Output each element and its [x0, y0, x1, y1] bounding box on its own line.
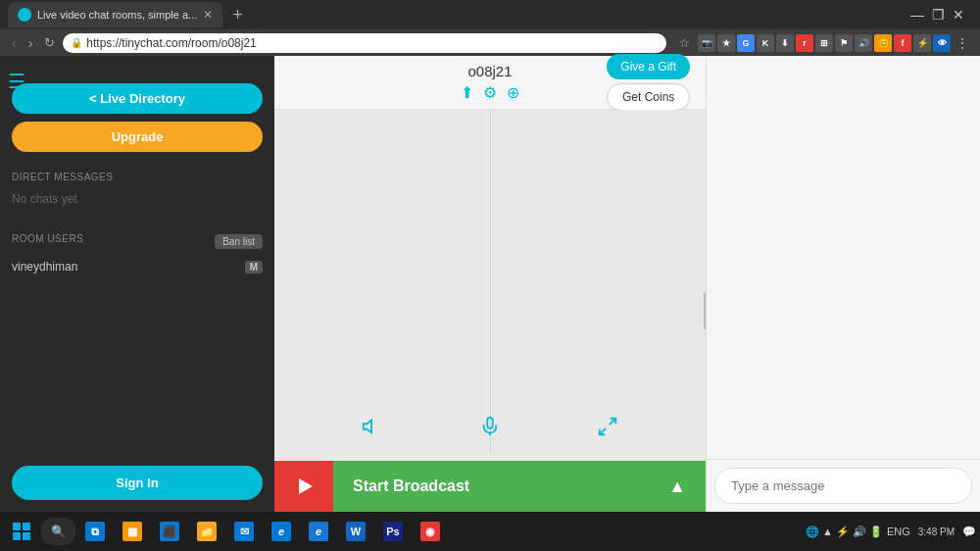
tab-title: Live video chat rooms, simple a... [37, 9, 197, 21]
sign-in-btn[interactable]: Sign In [12, 466, 263, 500]
taskbar-app-taskview[interactable]: ⧉ [77, 514, 113, 549]
start-broadcast-label: Start Broadcast [353, 477, 469, 495]
taskbar-apps: ⧉ ▦ ⬛ 📁 ✉ e e W Ps ◉ [77, 514, 448, 549]
room-users-header: ROOM USERS Ban list [12, 233, 263, 250]
room-users-section: ROOM USERS Ban list vineydhiman M [0, 225, 274, 281]
sidebar-header: < Live Directory Upgrade [0, 56, 274, 164]
settings-icon[interactable]: ⚙ [483, 83, 497, 102]
broadcast-arrow: ▲ [668, 476, 686, 497]
chat-panel [706, 56, 980, 512]
taskbar-right: 🌐 ▲ ⚡ 🔊 🔋 ENG 3:48 PM 💬 [806, 526, 976, 538]
vpn-icon: ⚡ [836, 526, 850, 538]
reload-btn[interactable]: ↻ [40, 35, 59, 50]
chrome-taskbar-icon: ◉ [420, 522, 440, 541]
forward-btn[interactable]: › [24, 35, 37, 51]
tab-favicon [18, 8, 31, 22]
get-coins-btn[interactable]: Get Coins [607, 83, 690, 111]
ext-download[interactable]: ⬇ [776, 34, 794, 52]
direct-messages-section: DIRECT MESSAGES No chats yet [0, 164, 274, 214]
nav-bar: ‹ › ↻ 🔒 https://tinychat.com/room/o08j21… [0, 29, 980, 56]
video-area: Start Broadcast ▲ ◀ [274, 110, 706, 512]
notification-icon[interactable]: 💬 [962, 526, 976, 538]
taskbar-app-mail[interactable]: ✉ [226, 514, 262, 549]
ext-fb[interactable]: f [894, 34, 911, 52]
youtube-btn[interactable] [274, 461, 333, 512]
fullscreen-btn[interactable] [597, 416, 618, 443]
language-label: ENG [887, 526, 910, 537]
broadcast-bar: Start Broadcast ▲ [274, 461, 706, 512]
svg-marker-0 [364, 421, 371, 433]
taskbar-app-widgets[interactable]: ▦ [115, 514, 150, 549]
video-controls [274, 406, 706, 453]
ie-icon: e [309, 522, 328, 541]
start-broadcast-btn[interactable]: Start Broadcast ▲ [333, 461, 706, 512]
share-icon[interactable]: ⬆ [461, 83, 473, 102]
add-icon[interactable]: ⊕ [507, 83, 519, 102]
bookmark-icon[interactable]: ☆ [674, 33, 694, 53]
ext-eye[interactable]: 👁 [933, 34, 951, 52]
new-tab-btn[interactable]: + [226, 5, 249, 25]
close-btn[interactable]: ✕ [953, 7, 964, 23]
chat-messages [707, 56, 980, 512]
widgets-icon: ▦ [122, 522, 142, 541]
extensions-btn[interactable]: ⋮ [953, 33, 972, 53]
wifi-icon: ▲ [822, 526, 833, 537]
user-item: vineydhiman M [12, 256, 263, 277]
tab-close-btn[interactable]: ✕ [203, 8, 213, 22]
back-btn[interactable]: ‹ [8, 35, 21, 51]
store-icon: ⬛ [160, 522, 179, 541]
app-container: ☰ < Live Directory Upgrade DIRECT MESSAG… [0, 56, 980, 512]
svg-rect-1 [487, 418, 493, 428]
start-btn[interactable] [4, 514, 39, 549]
ext-volume[interactable]: 🔊 [855, 34, 872, 52]
photoshop-icon: Ps [383, 522, 403, 541]
taskbar-time: 3:48 PM [914, 526, 958, 537]
mail-icon: ✉ [234, 522, 254, 541]
taskbar-search[interactable]: 🔍 [41, 518, 75, 545]
network-icon: 🌐 [806, 526, 819, 538]
ext-emoji[interactable]: 😊 [874, 34, 892, 52]
chat-menu-icon[interactable]: ☰ [8, 70, 25, 93]
room-header: o08j21 ⬆ ⚙ ⊕ Give a Gift Get Coins [274, 56, 706, 110]
battery-icon: 🔋 [869, 526, 883, 538]
no-chats-label: No chats yet [12, 188, 263, 210]
taskbar-app-chrome[interactable]: ◉ [413, 514, 448, 549]
svg-line-3 [610, 419, 615, 425]
chat-input[interactable] [714, 468, 972, 504]
taskbar-sys-icons: 🌐 ▲ ⚡ 🔊 🔋 [806, 526, 883, 538]
ext-flash[interactable]: ⚡ [913, 34, 931, 52]
windows-icon [13, 523, 30, 540]
live-directory-btn[interactable]: < Live Directory [12, 83, 263, 114]
video-divider [490, 110, 491, 453]
mic-btn[interactable] [479, 416, 501, 443]
taskbar-app-word[interactable]: W [338, 514, 373, 549]
ext-camera[interactable]: 📷 [698, 34, 715, 52]
taskbar-app-photoshop[interactable]: Ps [375, 514, 411, 549]
maximize-btn[interactable]: ❐ [932, 7, 945, 23]
ext-k[interactable]: K [757, 34, 774, 52]
extension-icons: 📷 ★ G K ⬇ r ⊞ ⚑ 🔊 😊 f ⚡ 👁 ⋮ [698, 33, 972, 53]
minimize-btn[interactable]: — [910, 7, 924, 23]
sidebar: ☰ < Live Directory Upgrade DIRECT MESSAG… [0, 56, 274, 512]
room-header-icons: ⬆ ⚙ ⊕ [461, 83, 519, 102]
ext-grid[interactable]: ⊞ [815, 34, 833, 52]
taskbar-app-store[interactable]: ⬛ [152, 514, 187, 549]
chat-input-area [707, 459, 980, 512]
ext-star[interactable]: ★ [717, 34, 735, 52]
volume-btn[interactable] [362, 416, 383, 443]
taskbar-app-ie[interactable]: e [301, 514, 336, 549]
taskbar-app-edge[interactable]: e [264, 514, 299, 549]
address-bar[interactable]: 🔒 https://tinychat.com/room/o08j21 [63, 33, 666, 53]
upgrade-btn[interactable]: Upgrade [12, 122, 263, 152]
direct-messages-title: DIRECT MESSAGES [12, 172, 263, 182]
url-text: https://tinychat.com/room/o08j21 [86, 36, 256, 50]
taskbar-app-explorer[interactable]: 📁 [189, 514, 224, 549]
give-gift-btn[interactable]: Give a Gift [607, 54, 690, 79]
ext-r[interactable]: r [796, 34, 813, 52]
active-tab[interactable]: Live video chat rooms, simple a... ✕ [8, 2, 222, 27]
tab-bar: Live video chat rooms, simple a... ✕ + —… [0, 0, 980, 29]
ext-flag[interactable]: ⚑ [835, 34, 853, 52]
ext-g[interactable]: G [737, 34, 755, 52]
ban-list-btn[interactable]: Ban list [215, 234, 263, 249]
word-icon: W [346, 522, 366, 541]
